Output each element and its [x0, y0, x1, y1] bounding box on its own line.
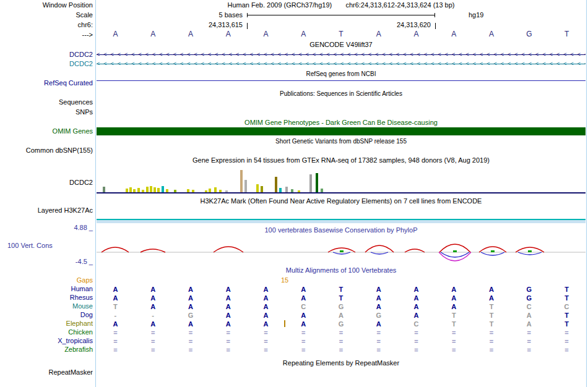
conservation-wiggle-plot[interactable] — [97, 234, 586, 266]
gtex-tissue-bar — [256, 184, 259, 192]
sequence-base: A — [97, 30, 134, 39]
alignment-base: A — [134, 302, 172, 311]
alignment-base: = — [510, 346, 548, 354]
alignment-base: C — [548, 302, 586, 311]
alignment-base: A — [285, 285, 322, 294]
alignment-base: A — [209, 285, 247, 294]
alignment-base: = — [322, 337, 360, 346]
phylop-green-mark — [453, 250, 457, 252]
gtex-tissue-bar — [103, 187, 105, 192]
species-label-elephant[interactable]: Elephant — [0, 320, 93, 328]
alignment-base: A — [435, 285, 473, 294]
sequences-track-label[interactable]: Sequences — [0, 98, 93, 106]
alignment-base: A — [172, 302, 210, 311]
layered-h3k27ac-label[interactable]: Layered H3K27Ac — [0, 206, 93, 215]
alignment-base: T — [473, 320, 511, 328]
species-label-rhesus[interactable]: Rhesus — [0, 294, 93, 302]
alignment-base: = — [435, 346, 473, 354]
sequence-base: A — [435, 30, 473, 39]
gene-model-dcdc2-2[interactable]: <<<<<<<<<<<<<<<<<<<<<<<<<<<<<<<<<<<<<<<<… — [97, 60, 586, 68]
species-label-zebrafish[interactable]: Zebrafish — [0, 346, 93, 354]
alignment-base: A — [134, 320, 172, 328]
coordinate-ruler[interactable]: 24,313,615 24,313,620 — [97, 21, 586, 29]
gencode-track-title: GENCODE V49lift37 — [97, 41, 586, 49]
alignment-base: = — [322, 328, 360, 337]
window-position-label: Window Position — [0, 1, 93, 9]
window-position-value: chr6:24,313,612-24,313,624 (13 bp) — [345, 1, 454, 9]
gtex-baseline — [97, 192, 586, 194]
alignment-base: - — [97, 311, 134, 320]
alignment-base: = — [548, 328, 586, 337]
gtex-tissue-bar — [285, 187, 288, 192]
alignment-base: T — [548, 294, 586, 302]
alignment-base: = — [360, 337, 397, 346]
strand-arrows: <<<<<<<<<<<<<<<<<<<<<<<<<<<<<<<<<<<<<<<<… — [97, 51, 586, 59]
conservation-max-value: 4.88 _ — [0, 224, 93, 232]
repeatmasker-label[interactable]: RepeatMasker — [0, 368, 93, 376]
species-label-chicken[interactable]: Chicken — [0, 328, 93, 336]
species-label-x_tropicalis[interactable]: X_tropicalis — [0, 337, 93, 345]
phylop-negative-arc — [441, 252, 469, 257]
sequence-base: A — [247, 30, 285, 39]
assembly-short-label: hg19 — [469, 11, 483, 19]
gene-model-dcdc2-1[interactable]: <<<<<<<<<<<<<<<<<<<<<<<<<<<<<<<<<<<<<<<<… — [97, 51, 586, 59]
gene-label-dcdc2-1[interactable]: DCDC2 — [0, 51, 93, 59]
omim-gene-bar[interactable] — [97, 127, 586, 135]
left-track-guideline — [95, 0, 96, 387]
alignment-row-chicken: ============= — [97, 328, 586, 337]
alignment-base: = — [285, 346, 322, 354]
alignment-base: = — [134, 346, 172, 354]
conservation-track-label[interactable]: 100 Vert. Cons — [0, 242, 93, 250]
alignment-base: = — [172, 346, 210, 354]
alignment-base: A — [397, 311, 435, 320]
sequence-base: A — [397, 30, 435, 39]
gene-label-dcdc2-2[interactable]: DCDC2 — [0, 60, 93, 68]
alignment-row-mouse: TAAAACGAAATCC — [97, 302, 586, 311]
chromosome-label: chr6: — [0, 21, 93, 29]
phylop-positive-arc — [214, 247, 243, 252]
common-dbsnp-label[interactable]: Common dbSNP(155) — [0, 147, 93, 155]
alignment-base: A — [97, 285, 134, 294]
gtex-tissue-bar — [153, 187, 156, 192]
refseq-curated-label[interactable]: RefSeq Curated — [0, 79, 93, 87]
alignment-base: = — [247, 337, 285, 346]
gtex-expression-chart[interactable] — [97, 167, 586, 192]
alignment-base: A — [510, 320, 548, 328]
strand-direction-label[interactable]: ---> — [0, 31, 93, 39]
alignment-base: A — [510, 311, 548, 320]
gaps-row-label[interactable]: Gaps — [0, 276, 93, 284]
gtex-tissue-bar — [146, 187, 149, 192]
alignment-base: = — [397, 346, 435, 354]
species-label-human[interactable]: Human — [0, 285, 93, 293]
refseq-gene-line[interactable] — [97, 80, 586, 81]
snps-track-label[interactable]: SNPs — [0, 108, 93, 116]
alignment-row-human: AAAAAATAAAAGT — [97, 285, 586, 294]
alignment-base: = — [510, 328, 548, 337]
alignment-base: A — [285, 320, 322, 328]
coordinate-right: 24,313,620 — [397, 21, 431, 29]
phylop-negative-arc — [518, 252, 542, 255]
sequence-base: A — [473, 30, 511, 39]
alignment-base: A — [247, 294, 285, 302]
alignment-base: G — [510, 285, 548, 294]
gtex-gene-label[interactable]: DCDC2 — [0, 179, 93, 187]
alignment-base: A — [435, 294, 473, 302]
alignment-base: T — [322, 294, 360, 302]
alignment-base: = — [435, 337, 473, 346]
alignment-base: A — [285, 294, 322, 302]
alignment-base: = — [473, 346, 511, 354]
species-label-mouse[interactable]: Mouse — [0, 302, 93, 310]
alignment-base: A — [473, 294, 511, 302]
alignment-base: - — [134, 311, 172, 320]
alignment-base: T — [548, 311, 586, 320]
conservation-min-value: -4.5 _ — [0, 258, 93, 266]
gtex-tissue-bar — [137, 188, 140, 192]
alignment-base: C — [397, 320, 435, 328]
species-label-dog[interactable]: Dog — [0, 311, 93, 319]
h3k27ac-signal-fill — [97, 220, 586, 223]
omim-genes-label[interactable]: OMIM Genes — [0, 127, 93, 135]
alignment-base: = — [209, 328, 247, 337]
ucsc-genome-browser-image: Window Position Human Feb. 2009 (GRCh37/… — [0, 0, 588, 387]
alignment-base: C — [285, 302, 322, 311]
omim-track-title: OMIM Gene Phenotypes - Dark Green Can Be… — [97, 119, 586, 127]
